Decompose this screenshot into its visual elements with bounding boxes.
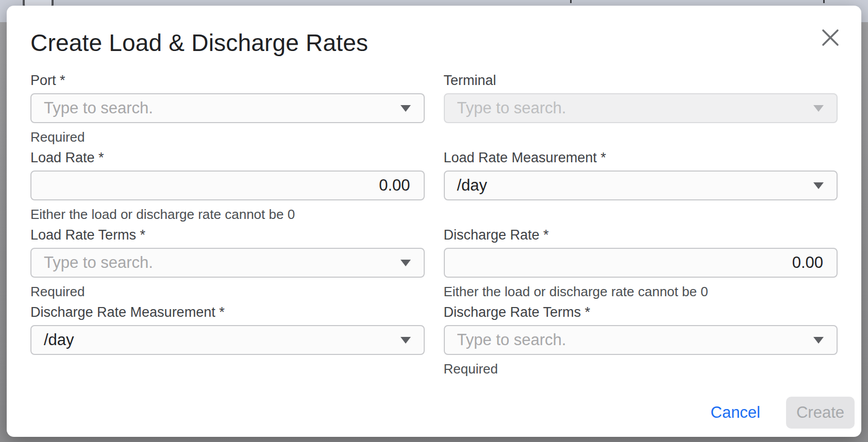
discharge-rate-terms-label: Discharge Rate Terms * — [444, 304, 838, 320]
discharge-rate-measurement-value: /day — [44, 331, 74, 349]
discharge-rate-terms-input[interactable] — [444, 325, 838, 355]
port-combobox — [30, 93, 425, 123]
terminal-label: Terminal — [444, 73, 838, 89]
load-rate-measurement-field-group: Load Rate Measurement * /day — [444, 150, 838, 222]
close-button[interactable] — [819, 26, 842, 49]
background-artifact — [823, 0, 825, 3]
cancel-button[interactable]: Cancel — [704, 398, 768, 427]
discharge-rate-measurement-control: /day — [30, 325, 425, 355]
load-rate-terms-field-group: Load Rate Terms * Required — [30, 227, 425, 299]
load-rate-terms-label: Load Rate Terms * — [30, 227, 425, 243]
port-field-group: Port * Required — [30, 73, 425, 145]
discharge-rate-helper-text: Either the load or discharge rate cannot… — [444, 284, 838, 299]
load-rate-input[interactable] — [30, 171, 425, 200]
discharge-rate-measurement-label: Discharge Rate Measurement * — [30, 304, 425, 320]
terminal-combobox — [444, 93, 838, 123]
load-rate-measurement-label: Load Rate Measurement * — [444, 150, 838, 166]
load-rate-measurement-value: /day — [457, 176, 488, 195]
dialog-actions: Cancel Create — [30, 397, 855, 437]
discharge-rate-measurement-select[interactable]: /day — [30, 325, 425, 355]
load-rate-helper-text: Either the load or discharge rate cannot… — [30, 207, 425, 222]
dialog-form: Port * Required Terminal Load Rate * Eit… — [30, 73, 838, 377]
discharge-rate-field-group: Discharge Rate * Either the load or disc… — [444, 227, 838, 299]
load-rate-control — [30, 171, 425, 200]
create-button[interactable]: Create — [786, 397, 855, 429]
port-input[interactable] — [30, 93, 425, 123]
create-load-discharge-rates-dialog: Create Load & Discharge Rates Port * Req… — [7, 6, 861, 437]
dialog-title: Create Load & Discharge Rates — [30, 28, 838, 57]
discharge-rate-control — [444, 248, 838, 278]
load-rate-measurement-control: /day — [444, 171, 838, 200]
port-label: Port * — [30, 73, 425, 89]
discharge-rate-terms-helper-text: Required — [444, 361, 838, 377]
terminal-field-group: Terminal — [444, 73, 838, 145]
load-rate-field-group: Load Rate * Either the load or discharge… — [30, 150, 425, 222]
discharge-rate-input[interactable] — [444, 248, 838, 278]
discharge-rate-label: Discharge Rate * — [444, 227, 838, 243]
load-rate-terms-helper-text: Required — [30, 284, 425, 299]
discharge-rate-terms-combobox — [444, 325, 838, 355]
close-icon — [819, 26, 842, 49]
load-rate-label: Load Rate * — [30, 150, 425, 166]
terminal-input — [444, 93, 838, 123]
load-rate-measurement-select[interactable]: /day — [444, 171, 838, 200]
port-helper-text: Required — [30, 129, 425, 145]
discharge-rate-terms-field-group: Discharge Rate Terms * Required — [444, 304, 838, 377]
load-rate-terms-input[interactable] — [30, 248, 425, 278]
discharge-rate-measurement-field-group: Discharge Rate Measurement * /day — [30, 304, 425, 377]
load-rate-terms-combobox — [30, 248, 425, 278]
background-artifact — [570, 0, 572, 3]
